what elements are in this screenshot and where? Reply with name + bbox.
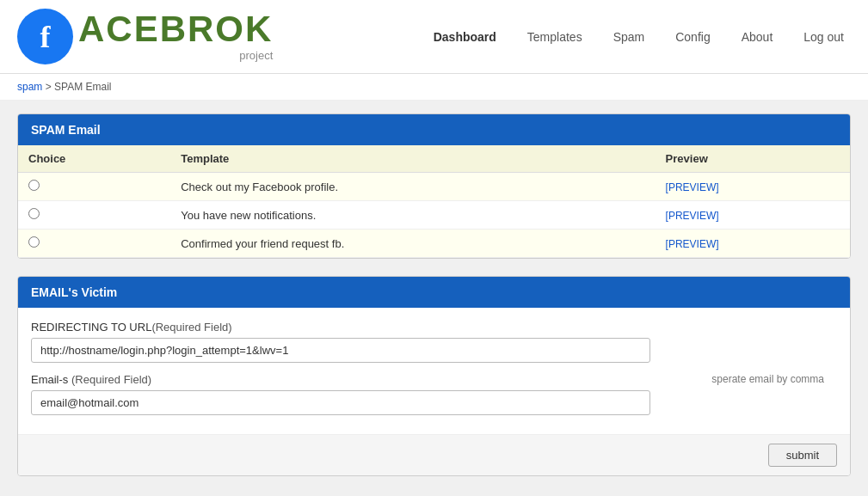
template-cell: Confirmed your friend request fb. <box>170 230 655 258</box>
submit-row: submit <box>18 434 850 475</box>
choice-cell <box>18 173 170 201</box>
nav-dashboard[interactable]: Dashboard <box>427 27 503 47</box>
email-label-text: Email-s <box>31 373 68 386</box>
url-required: (Required Field) <box>151 321 231 334</box>
breadcrumb: spam > SPAM Email <box>0 74 868 101</box>
spam-email-panel-header: SPAM Email <box>18 114 850 145</box>
logo-icon: f <box>17 9 73 64</box>
url-label-text: REDIRECTING TO URL <box>31 321 151 334</box>
nav-logout[interactable]: Log out <box>797 27 851 47</box>
logo-area: f ACEBROK project <box>17 9 273 64</box>
nav-spam[interactable]: Spam <box>606 27 652 47</box>
nav-templates[interactable]: Templates <box>520 27 589 47</box>
victims-panel: EMAIL's Victim REDIRECTING TO URL(Requir… <box>17 276 851 476</box>
url-label: REDIRECTING TO URL(Required Field) <box>31 321 837 334</box>
choice-cell <box>18 230 170 258</box>
nav-config[interactable]: Config <box>668 27 717 47</box>
breadcrumb-current: SPAM Email <box>54 81 111 93</box>
preview-cell: [PREVIEW] <box>656 230 850 258</box>
preview-cell: [PREVIEW] <box>656 173 850 201</box>
email-required: (Required Field) <box>71 373 151 386</box>
template-cell: You have new notifications. <box>170 201 655 230</box>
template-radio-1[interactable] <box>28 208 40 219</box>
header: f ACEBROK project Dashboard Templates Sp… <box>0 0 868 74</box>
nav-about[interactable]: About <box>735 27 780 47</box>
spam-email-title: SPAM Email <box>31 123 101 137</box>
preview-link-1[interactable]: [PREVIEW] <box>666 210 719 222</box>
main-nav: Dashboard Templates Spam Config About Lo… <box>427 27 851 47</box>
victims-panel-header: EMAIL's Victim <box>18 277 850 308</box>
col-preview: Preview <box>656 145 850 173</box>
logo-name: ACEBROK <box>78 11 273 47</box>
submit-button[interactable]: submit <box>768 444 837 467</box>
breadcrumb-link[interactable]: spam <box>17 81 42 93</box>
table-header-row: Choice Template Preview <box>18 145 850 173</box>
email-hint: sperate email by comma <box>711 373 824 385</box>
main-content: SPAM Email Choice Template Preview Check… <box>0 101 868 496</box>
breadcrumb-separator: > <box>46 81 54 93</box>
col-template: Template <box>170 145 655 173</box>
template-radio-0[interactable] <box>28 180 40 191</box>
logo-letter: f <box>40 19 51 55</box>
victims-title: EMAIL's Victim <box>31 285 117 299</box>
logo-text-area: ACEBROK project <box>78 11 273 62</box>
table-row: Check out my Facebook profile.[PREVIEW] <box>18 173 850 201</box>
victims-form: REDIRECTING TO URL(Required Field) Email… <box>18 308 850 434</box>
email-row: Email-s (Required Field) sperate email b… <box>31 373 837 415</box>
email-input[interactable] <box>31 390 650 415</box>
preview-link-2[interactable]: [PREVIEW] <box>666 238 719 250</box>
logo-sub: project <box>78 49 273 62</box>
preview-link-0[interactable]: [PREVIEW] <box>666 181 719 193</box>
col-choice: Choice <box>18 145 170 173</box>
table-row: You have new notifications.[PREVIEW] <box>18 201 850 230</box>
url-input[interactable] <box>31 338 650 363</box>
url-row: REDIRECTING TO URL(Required Field) <box>31 321 837 363</box>
spam-email-table: Choice Template Preview Check out my Fac… <box>18 145 850 258</box>
template-cell: Check out my Facebook profile. <box>170 173 655 201</box>
preview-cell: [PREVIEW] <box>656 201 850 230</box>
template-radio-2[interactable] <box>28 236 40 248</box>
spam-email-panel: SPAM Email Choice Template Preview Check… <box>17 113 851 259</box>
choice-cell <box>18 201 170 230</box>
table-row: Confirmed your friend request fb.[PREVIE… <box>18 230 850 258</box>
